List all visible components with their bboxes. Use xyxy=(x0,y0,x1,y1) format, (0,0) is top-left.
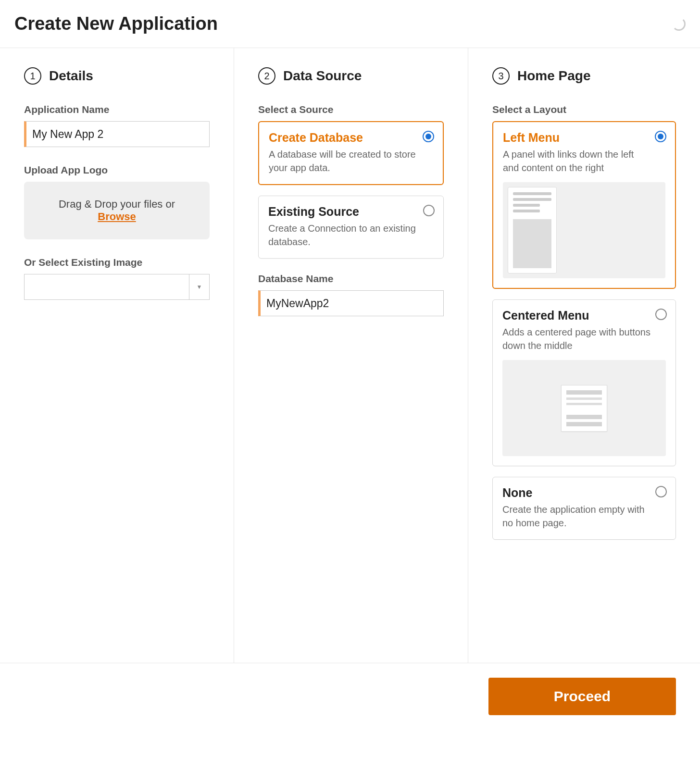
select-source-label: Select a Source xyxy=(258,104,444,115)
option-desc: Create the application empty with no hom… xyxy=(502,503,666,530)
option-title: Create Database xyxy=(269,131,433,145)
proceed-label: Proceed xyxy=(554,688,611,704)
radio-icon[interactable] xyxy=(655,486,667,497)
option-desc: A database will be created to store your… xyxy=(269,148,433,174)
step-title-details: Details xyxy=(49,68,93,84)
upload-text: Drag & Drop your files or xyxy=(59,198,175,210)
chevron-down-icon[interactable]: ▼ xyxy=(189,274,209,299)
option-title: Existing Source xyxy=(268,205,434,219)
option-desc: Create a Connection to an existing datab… xyxy=(268,222,434,248)
source-option-create-database[interactable]: Create Database A database will be creat… xyxy=(258,121,444,185)
homepage-column: 3 Home Page Select a Layout Left Menu A … xyxy=(468,48,700,663)
upload-logo-label: Upload App Logo xyxy=(24,164,210,176)
existing-image-select[interactable]: ▼ xyxy=(24,274,210,300)
details-column: 1 Details Application Name Upload App Lo… xyxy=(0,48,234,663)
radio-icon[interactable] xyxy=(423,131,434,142)
radio-icon[interactable] xyxy=(655,309,667,320)
existing-image-label: Or Select Existing Image xyxy=(24,257,210,268)
database-name-input[interactable] xyxy=(258,290,444,316)
layout-option-none[interactable]: None Create the application empty with n… xyxy=(492,477,676,540)
layout-option-left-menu[interactable]: Left Menu A panel with links down the le… xyxy=(492,121,676,289)
option-title: Left Menu xyxy=(503,131,665,145)
database-name-label: Database Name xyxy=(258,273,444,285)
select-layout-label: Select a Layout xyxy=(492,104,676,115)
option-desc: Adds a centered page with buttons down t… xyxy=(502,325,666,352)
step-number-1: 1 xyxy=(24,67,41,85)
source-option-existing-source[interactable]: Existing Source Create a Connection to a… xyxy=(258,196,444,259)
radio-icon[interactable] xyxy=(655,131,666,142)
step-number-2: 2 xyxy=(258,67,275,85)
option-title: Centered Menu xyxy=(502,309,666,322)
application-name-input[interactable] xyxy=(24,121,210,147)
proceed-button[interactable]: Proceed xyxy=(488,678,676,715)
application-name-label: Application Name xyxy=(24,104,210,115)
page-title: Create New Application xyxy=(14,13,218,34)
upload-dropzone[interactable]: Drag & Drop your files or Browse xyxy=(24,182,210,239)
radio-icon[interactable] xyxy=(423,205,435,216)
layout-preview-left xyxy=(503,182,665,278)
step-number-3: 3 xyxy=(492,67,510,85)
datasource-column: 2 Data Source Select a Source Create Dat… xyxy=(234,48,468,663)
browse-link[interactable]: Browse xyxy=(98,211,136,223)
step-title-homepage: Home Page xyxy=(517,68,591,84)
loading-spinner-icon xyxy=(672,17,686,31)
option-desc: A panel with links down the left and con… xyxy=(503,148,665,174)
step-title-datasource: Data Source xyxy=(283,68,362,84)
option-title: None xyxy=(502,486,666,500)
layout-option-centered-menu[interactable]: Centered Menu Adds a centered page with … xyxy=(492,299,676,466)
layout-preview-center xyxy=(502,360,666,456)
